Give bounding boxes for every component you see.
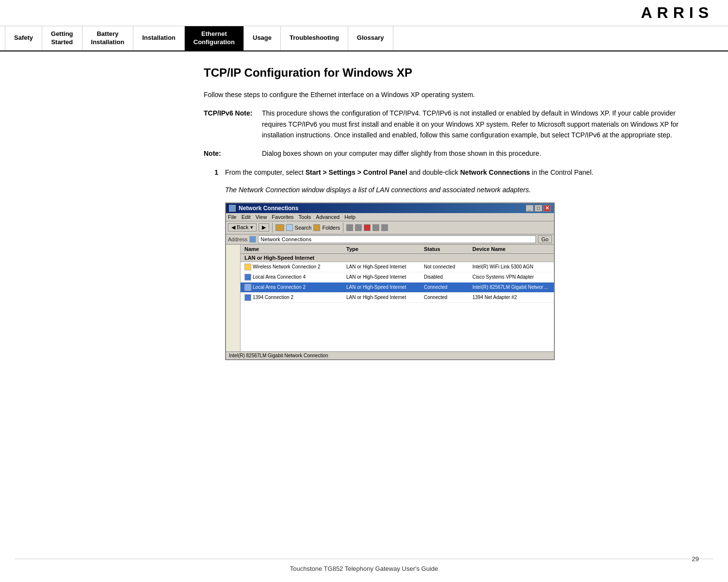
connection-icon [244,264,251,270]
page-header: ARRIS [0,0,728,26]
row-type: LAN or High-Speed Internet [344,274,422,280]
row-name: Local Area Connection 2 [243,283,344,291]
address-label: Address [228,236,247,242]
note-label: Note: [204,148,262,159]
table-row[interactable]: 1394 Connection 2 LAN or High-Speed Inte… [241,293,554,303]
connection-icon [244,294,251,301]
win-addressbar: Address Network Connections Go [226,234,554,245]
nav-item-ethernet-configuration[interactable]: EthernetConfiguration [185,26,244,50]
maximize-button[interactable]: □ [534,205,542,212]
minimize-button[interactable]: _ [526,205,534,212]
move-icon[interactable] [346,224,353,231]
row-device: Cisco Systems VPN Adapter [470,274,552,280]
undo-icon[interactable] [372,224,379,231]
address-icon [249,236,256,243]
col-header-status: Status [422,246,470,252]
page-footer: Touchstone TG852 Telephony Gateway User'… [15,559,713,572]
page-number: 29 [692,555,699,563]
toolbar-sep-1 [272,223,273,233]
tcp-note-block: TCP/IPv6 Note: This procedure shows the … [204,108,679,140]
col-header-name: Name [243,246,344,252]
row-status: Disabled [422,274,470,280]
table-header-row: Name Type Status Device Name [241,245,554,254]
address-input[interactable]: Network Connections [258,235,536,243]
delete-icon[interactable] [364,224,371,231]
win-titlebar: Network Connections _ □ ✕ [226,203,554,213]
step-1-block: 1 From the computer, select Start > Sett… [204,167,679,178]
menu-view[interactable]: View [256,214,267,220]
row-status: Connected [422,294,470,300]
nav-item-installation[interactable]: Installation [133,26,185,50]
win-body: Name Type Status Device Name LAN or High… [226,245,554,351]
network-connections-screenshot: Network Connections _ □ ✕ File Edit View… [225,202,555,360]
menu-help[interactable]: Help [344,214,356,220]
row-type: LAN or High-Speed Internet [344,284,422,290]
win-title-text: Network Connections [239,205,298,212]
row-device: Intel(R) WiFi Link 5300 AGN [470,264,552,270]
row-name: Wireless Network Connection 2 [243,263,344,271]
menu-tools[interactable]: Tools [299,214,311,220]
back-button[interactable]: ◀ Back ▾ [228,223,257,232]
win-statusbar: Intel(R) 82567LM Gigabit Network Connect… [226,351,554,359]
row-name: 1394 Connection 2 [243,294,344,301]
win-left-panel [226,245,241,351]
menu-favorites[interactable]: Favorites [272,214,293,220]
connection-icon [244,274,251,281]
search-icon[interactable] [286,224,293,231]
nav-item-troubleshooting[interactable]: Troubleshooting [281,26,348,50]
menu-edit[interactable]: Edit [242,214,251,220]
section-header-lan: LAN or High-Speed Internet [241,254,554,262]
row-name: Local Area Connection 4 [243,273,344,281]
win-title-icon [229,205,236,212]
main-content: TCP/IP Configuration for Windows XP Foll… [0,51,728,375]
note-text: Dialog boxes shown on your computer may … [262,148,679,159]
arris-logo: ARRIS [641,4,713,22]
page-title: TCP/IP Configuration for Windows XP [204,66,679,80]
intro-text: Follow these steps to configure the Ethe… [204,89,679,100]
left-sidebar [19,66,194,360]
row-device: 1394 Net Adapter #2 [470,294,552,300]
nav-item-getting-started[interactable]: GettingStarted [42,26,82,50]
row-device: Intel(R) 82567LM Gigabit Network Connect… [470,284,552,290]
col-header-device: Device Name [470,246,552,252]
note-block: Note: Dialog boxes shown on your compute… [204,148,679,159]
tcp-note-text: This procedure shows the configuration o… [262,108,679,140]
row-status: Not connected [422,264,470,270]
menu-file[interactable]: File [228,214,237,220]
step-1-number: 1 [204,167,218,178]
table-row[interactable]: Wireless Network Connection 2 LAN or Hig… [241,262,554,272]
forward-button[interactable]: ▶ [259,223,269,232]
main-navigation: Safety GettingStarted BatteryInstallatio… [0,26,728,51]
win-controls[interactable]: _ □ ✕ [526,205,551,212]
table-row[interactable]: Local Area Connection 4 LAN or High-Spee… [241,272,554,283]
row-type: LAN or High-Speed Internet [344,264,422,270]
win-menubar: File Edit View Favorites Tools Advanced … [226,213,554,221]
go-button[interactable]: Go [538,235,552,243]
menu-advanced[interactable]: Advanced [316,214,340,220]
search-label[interactable]: Search [295,225,312,231]
content-area: TCP/IP Configuration for Windows XP Foll… [194,66,679,360]
win-file-list: Name Type Status Device Name LAN or High… [241,245,554,351]
close-button[interactable]: ✕ [543,205,551,212]
tcp-note-label: TCP/IPv6 Note: [204,108,262,140]
copy-icon[interactable] [355,224,362,231]
connection-icon [244,284,251,291]
row-type: LAN or High-Speed Internet [344,294,422,300]
win-toolbar: ◀ Back ▾ ▶ Search Folders [226,221,554,234]
col-header-type: Type [344,246,422,252]
nav-item-usage[interactable]: Usage [244,26,281,50]
folder-icon[interactable] [275,224,284,231]
table-row-selected[interactable]: Local Area Connection 2 LAN or High-Spee… [241,283,554,293]
views-icon[interactable] [381,224,388,231]
win-title-area: Network Connections [229,205,298,212]
row-status: Connected [422,284,470,290]
nav-item-glossary[interactable]: Glossary [348,26,393,50]
nav-item-battery-installation[interactable]: BatteryInstallation [82,26,134,50]
folders-icon[interactable] [313,224,320,231]
toolbar-sep-2 [343,223,343,233]
step-1-text: From the computer, select Start > Settin… [225,167,679,178]
footer-text: Touchstone TG852 Telephony Gateway User'… [290,565,438,572]
folders-label[interactable]: Folders [322,225,340,231]
step-1-result-text: The Network Connection window displays a… [225,184,679,195]
nav-item-safety[interactable]: Safety [5,26,42,50]
